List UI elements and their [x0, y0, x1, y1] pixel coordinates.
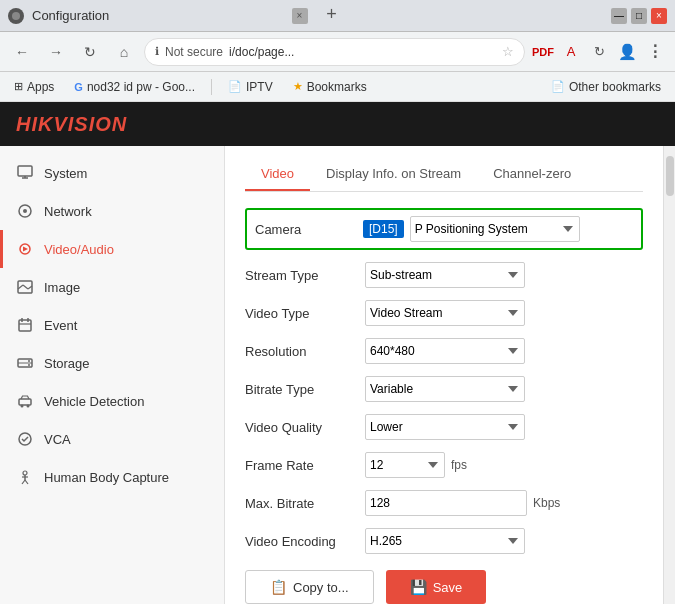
resolution-select[interactable]: 640*480 [365, 338, 525, 364]
bookmark-bookmarks-label: Bookmarks [307, 80, 367, 94]
content-area: Video Display Info. on Stream Channel-ze… [225, 146, 663, 604]
tab-video[interactable]: Video [245, 158, 310, 191]
stream-type-select[interactable]: Sub-stream [365, 262, 525, 288]
sidebar-storage-label: Storage [44, 356, 90, 371]
bitrate-type-label: Bitrate Type [245, 382, 365, 397]
bookmark-iptv-label: IPTV [246, 80, 273, 94]
address-bar: ← → ↻ ⌂ ℹ Not secure i/doc/page... ☆ PDF… [0, 32, 675, 72]
tab-close-button[interactable]: × [292, 8, 308, 24]
sidebar-item-storage[interactable]: Storage [0, 344, 224, 382]
bookmark-iptv[interactable]: 📄 IPTV [222, 78, 279, 96]
max-bitrate-label: Max. Bitrate [245, 496, 365, 511]
sidebar-item-network[interactable]: Network [0, 192, 224, 230]
camera-select[interactable]: P Positioning System [410, 216, 580, 242]
sidebar-vehicle-label: Vehicle Detection [44, 394, 144, 409]
svg-line-27 [25, 480, 28, 484]
new-tab-button[interactable]: + [320, 3, 344, 27]
not-secure-label: Not secure [165, 45, 223, 59]
bitrate-type-select[interactable]: Variable [365, 376, 525, 402]
home-button[interactable]: ⌂ [110, 38, 138, 66]
hikvision-logo: HIKVISION [16, 113, 127, 136]
bookmark-google[interactable]: G nod32 id pw - Goo... [68, 78, 201, 96]
sidebar-item-vehicle-detection[interactable]: Vehicle Detection [0, 382, 224, 420]
video-type-select[interactable]: Video Stream [365, 300, 525, 326]
svg-point-5 [23, 209, 27, 213]
minimize-button[interactable]: — [611, 8, 627, 24]
forward-button[interactable]: → [42, 38, 70, 66]
resolution-row: Resolution 640*480 [245, 338, 643, 364]
bitrate-type-control: Variable [365, 376, 643, 402]
bookmark-apps-label: Apps [27, 80, 54, 94]
stream-type-label: Stream Type [245, 268, 365, 283]
video-encoding-control: H.265 [365, 528, 643, 554]
pdf-icon[interactable]: PDF [531, 40, 555, 64]
copy-icon: 📋 [270, 579, 287, 595]
svg-rect-11 [19, 320, 31, 331]
hikvision-header: HIKVISION [0, 102, 675, 146]
svg-point-17 [28, 360, 30, 362]
tab-display-info[interactable]: Display Info. on Stream [310, 158, 477, 191]
network-icon [16, 202, 34, 220]
max-bitrate-row: Max. Bitrate Kbps [245, 490, 643, 516]
other-bm-icon: 📄 [551, 80, 565, 93]
svg-point-20 [21, 405, 24, 408]
favicon-icon [8, 8, 24, 24]
sidebar-item-video-audio[interactable]: Video/Audio [0, 230, 224, 268]
close-button[interactable]: × [651, 8, 667, 24]
tab-display-info-label: Display Info. on Stream [326, 166, 461, 181]
event-icon [16, 316, 34, 334]
sidebar-item-vca[interactable]: VCA [0, 420, 224, 458]
video-encoding-select[interactable]: H.265 [365, 528, 525, 554]
sidebar-item-image[interactable]: Image [0, 268, 224, 306]
frame-rate-row: Frame Rate 12 fps [245, 452, 643, 478]
tab-channel-zero-label: Channel-zero [493, 166, 571, 181]
sidebar: System Network Video/Audio [0, 146, 225, 604]
video-encoding-row: Video Encoding H.265 [245, 528, 643, 554]
max-bitrate-input[interactable] [365, 490, 527, 516]
address-text[interactable]: i/doc/page... [229, 45, 496, 59]
resolution-label: Resolution [245, 344, 365, 359]
frame-rate-select[interactable]: 12 [365, 452, 445, 478]
bookmark-other[interactable]: 📄 Other bookmarks [545, 78, 667, 96]
video-quality-select[interactable]: Lower [365, 414, 525, 440]
action-buttons: 📋 Copy to... 💾 Save [245, 570, 643, 604]
star-icon[interactable]: ☆ [502, 44, 514, 59]
sidebar-item-event[interactable]: Event [0, 306, 224, 344]
refresh-button[interactable]: ↻ [76, 38, 104, 66]
v-scroll-thumb[interactable] [666, 156, 674, 196]
svg-point-18 [28, 364, 30, 366]
sidebar-item-human-body[interactable]: Human Body Capture [0, 458, 224, 496]
stream-type-row: Stream Type Sub-stream [245, 262, 643, 288]
apps-icon: ⊞ [14, 80, 23, 93]
sidebar-item-system[interactable]: System [0, 154, 224, 192]
sidebar-image-label: Image [44, 280, 80, 295]
video-type-label: Video Type [245, 306, 365, 321]
bookmarks-bar: ⊞ Apps G nod32 id pw - Goo... 📄 IPTV ★ B… [0, 72, 675, 102]
svg-line-9 [23, 285, 28, 289]
max-bitrate-control: Kbps [365, 490, 643, 516]
sidebar-vca-label: VCA [44, 432, 71, 447]
tab-channel-zero[interactable]: Channel-zero [477, 158, 587, 191]
video-quality-control: Lower [365, 414, 643, 440]
frame-rate-label: Frame Rate [245, 458, 365, 473]
copy-to-button[interactable]: 📋 Copy to... [245, 570, 374, 604]
video-quality-row: Video Quality Lower [245, 414, 643, 440]
bookmark-apps[interactable]: ⊞ Apps [8, 78, 60, 96]
menu-icon[interactable]: ⋮ [643, 40, 667, 64]
maximize-button[interactable]: □ [631, 8, 647, 24]
back-button[interactable]: ← [8, 38, 36, 66]
video-encoding-label: Video Encoding [245, 534, 365, 549]
vertical-scrollbar[interactable] [663, 146, 675, 604]
save-label: Save [433, 580, 463, 595]
bookmark-bookmarks[interactable]: ★ Bookmarks [287, 78, 373, 96]
svg-line-26 [22, 480, 25, 484]
account-icon[interactable]: 👤 [615, 40, 639, 64]
image-icon [16, 278, 34, 296]
resolution-control: 640*480 [365, 338, 643, 364]
refresh-circle-icon[interactable]: ↻ [587, 40, 611, 64]
tab-title: Configuration [32, 8, 284, 23]
save-button[interactable]: 💾 Save [386, 570, 487, 604]
browser-window: Configuration × + — □ × ← → ↻ ⌂ ℹ Not se… [0, 0, 675, 604]
acrobat-icon[interactable]: A [559, 40, 583, 64]
bookmark-other-label: Other bookmarks [569, 80, 661, 94]
